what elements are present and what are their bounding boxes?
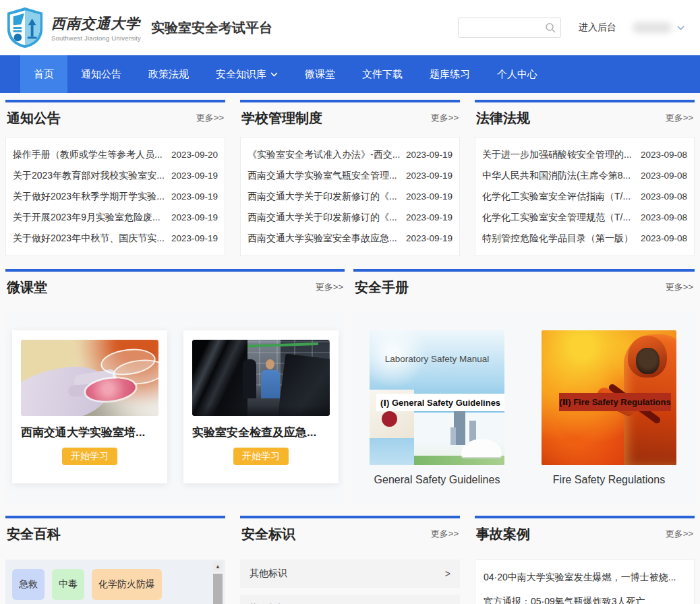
tag-first-aid[interactable]: 急救: [12, 569, 45, 600]
manual-caption: Fire Safety Regulations: [542, 474, 676, 486]
more-link[interactable]: 更多>>: [196, 112, 224, 124]
section-signs: 安全标识 更多>> 其他标识> 指令标识>: [240, 516, 460, 604]
course-title: 西南交通大学实验室培...: [21, 425, 158, 440]
list-item[interactable]: 中华人民共和国消防法(主席令第8...2023-09-08: [482, 165, 687, 186]
more-link[interactable]: 更多>>: [431, 112, 459, 124]
section-laws: 法律法规 更多>> 关于进一步加强硝酸铵安全管理的...2023-09-08 中…: [475, 100, 695, 256]
section-title: 事故案例: [476, 524, 530, 543]
list-item[interactable]: 西南交通大学实验室安全事故应急...2023-09-19: [247, 228, 453, 249]
search-icon: [545, 22, 556, 33]
nav-policies[interactable]: 政策法规: [135, 55, 202, 93]
section-accidents: 事故案例 更多>> 04·20中南大学实验室发生爆燃，一博士被烧... 官方通报…: [475, 516, 695, 604]
list-item[interactable]: 关于2023年教育部对我校实验室安...2023-09-19: [13, 165, 218, 186]
more-link[interactable]: 更多>>: [431, 528, 459, 540]
manual-cover-fire-safety: (Ⅱ) Fire Safety Regulations: [542, 330, 676, 465]
more-link[interactable]: 更多>>: [666, 112, 693, 124]
list-item[interactable]: 化学化工实验室安全评估指南（T/...2023-09-08: [482, 186, 687, 207]
list-item[interactable]: 《实验室安全考试准入办法》-西交...2023-09-19: [247, 144, 453, 165]
chevron-right-icon: >: [445, 568, 450, 579]
search-box: [458, 18, 561, 38]
nav-notices[interactable]: 通知公告: [67, 55, 135, 93]
start-learning-button[interactable]: 开始学习: [62, 448, 117, 465]
list-item[interactable]: 西南交通大学实验室气瓶安全管理...2023-09-19: [247, 165, 453, 186]
nav-downloads[interactable]: 文件下载: [349, 55, 416, 93]
list-item[interactable]: 关于做好2023年秋季学期开学实验...2023-09-19: [13, 186, 218, 207]
section-title: 通知公告: [7, 109, 61, 127]
manual-cover-general-safety: Laboratory Safety Manual (Ⅰ) General Saf…: [370, 330, 504, 465]
notice-list: 操作手册（教师或学生等参考人员...2023-09-20 关于2023年教育部对…: [5, 137, 225, 256]
law-list: 关于进一步加强硝酸铵安全管理的...2023-09-08 中华人民共和国消防法(…: [475, 137, 695, 256]
start-learning-button[interactable]: 开始学习: [233, 448, 289, 465]
nav-home[interactable]: 首页: [20, 55, 67, 93]
tag-poisoning[interactable]: 中毒: [52, 569, 84, 600]
policy-list: 《实验室安全考试准入办法》-西交...2023-09-19 西南交通大学实验室气…: [240, 137, 460, 256]
accident-item[interactable]: 04·20中南大学实验室发生爆燃，一博士被烧...: [484, 566, 686, 590]
manual-caption: General Safety Guidelines: [370, 474, 504, 486]
section-courses: 微课堂 更多>> 西南交通大学实验室培... 开始学习: [5, 269, 345, 504]
accident-item[interactable]: 官方通报：05·09氧气瓶爆炸致3人死亡: [484, 590, 686, 604]
section-title: 学校管理制度: [241, 109, 322, 127]
university-name-cn: 西南交通大学: [51, 14, 141, 33]
course-title: 实验室安全检查及应急...: [192, 425, 330, 440]
list-item[interactable]: 操作手册（教师或学生等参考人员...2023-09-20: [13, 144, 218, 165]
scrollbar[interactable]: ▲: [213, 562, 223, 604]
chevron-down-icon: [677, 26, 684, 30]
university-name-en: Southwest Jiaotong University: [51, 34, 141, 42]
scroll-up-arrow[interactable]: ▲: [213, 562, 223, 572]
manual-item[interactable]: Laboratory Safety Manual (Ⅰ) General Saf…: [370, 330, 504, 504]
section-title: 安全手册: [355, 278, 409, 297]
nav-knowledge[interactable]: 安全知识库: [202, 55, 291, 93]
section-title: 安全标识: [241, 524, 295, 543]
site-title: 实验室安全考试平台: [151, 19, 272, 37]
nav-practice[interactable]: 题库练习: [416, 55, 484, 93]
course-thumbnail-petri-dish: [21, 340, 158, 416]
sign-category-mandatory[interactable]: 指令标识>: [240, 595, 460, 604]
tag-chemical-fire[interactable]: 化学防火防爆: [92, 569, 162, 600]
more-link[interactable]: 更多>>: [666, 281, 693, 293]
list-item[interactable]: 西南交通大学关于印发新修订的《...2023-09-19: [247, 207, 453, 228]
list-item[interactable]: 关于开展2023年9月实验室危险废...2023-09-19: [13, 207, 218, 228]
section-manuals: 安全手册 更多>> Laboratory Safety Manual: [353, 269, 695, 504]
section-encyclopedia: 安全百科 急救 中毒 化学防火防爆 ▲: [5, 516, 225, 604]
list-item[interactable]: 特别管控危险化学品目录（第一版）2023-09-08: [482, 228, 687, 249]
course-card[interactable]: 西南交通大学实验室培... 开始学习: [12, 330, 167, 483]
section-title: 微课堂: [7, 278, 47, 297]
nav-courses[interactable]: 微课堂: [291, 55, 349, 93]
section-title: 安全百科: [7, 524, 61, 543]
section-title: 法律法规: [476, 109, 530, 127]
nav-profile[interactable]: 个人中心: [484, 55, 551, 93]
header: 西南交通大学 Southwest Jiaotong University 实验室…: [0, 0, 700, 55]
admin-backend-link[interactable]: 进入后台: [579, 22, 616, 34]
list-item[interactable]: 关于进一步加强硝酸铵安全管理的...2023-09-08: [482, 144, 687, 165]
user-menu[interactable]: [633, 22, 688, 33]
username-redacted: [633, 22, 672, 33]
course-card[interactable]: 实验室安全检查及应急... 开始学习: [183, 330, 339, 483]
section-policies: 学校管理制度 更多>> 《实验室安全考试准入办法》-西交...2023-09-1…: [240, 100, 460, 256]
manual-item[interactable]: (Ⅱ) Fire Safety Regulations Fire Safety …: [542, 330, 676, 504]
chevron-down-icon: [270, 72, 278, 77]
list-item[interactable]: 化学化工实验室安全管理规范（T/...2023-09-08: [482, 207, 687, 228]
university-logo: [5, 7, 45, 49]
more-link[interactable]: 更多>>: [666, 528, 693, 540]
list-item[interactable]: 关于做好2023年中秋节、国庆节实...2023-09-19: [13, 228, 218, 249]
scroll-thumb[interactable]: [213, 574, 223, 604]
section-notices: 通知公告 更多>> 操作手册（教师或学生等参考人员...2023-09-20 关…: [5, 100, 225, 256]
more-link[interactable]: 更多>>: [316, 281, 343, 293]
list-item[interactable]: 西南交通大学关于印发新修订的《...2023-09-19: [247, 186, 453, 207]
sign-category-other[interactable]: 其他标识>: [240, 560, 460, 588]
course-thumbnail-laboratory: [192, 340, 330, 416]
main-nav: 首页 通知公告 政策法规 安全知识库 微课堂 文件下载 题库练习 个人中心: [0, 55, 700, 93]
